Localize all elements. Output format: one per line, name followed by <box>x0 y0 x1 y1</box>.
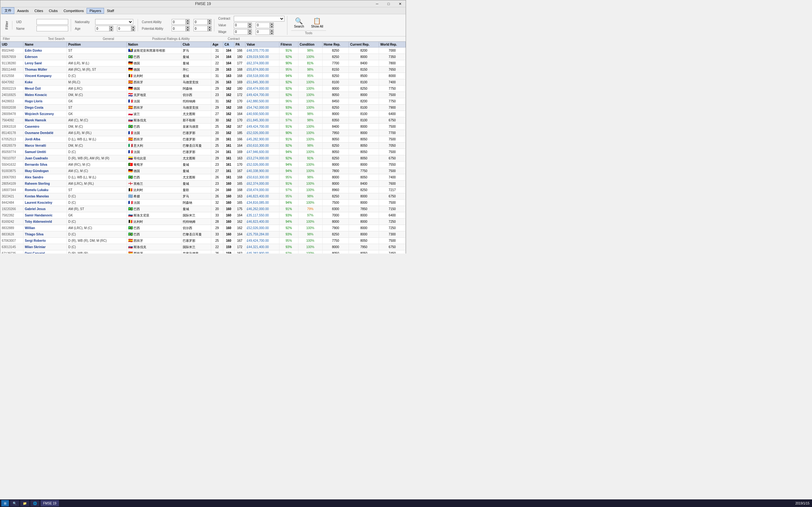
table-row[interactable]: 67052513 Jordi Alba D (L), WB (L), M (L)… <box>1 136 406 143</box>
table-row[interactable]: 8169242 Toby Alderweireld D (C) 🇧🇪比利时 托特… <box>1 219 406 225</box>
table-row[interactable]: 55057659 Ederson GK 🇧🇷巴西 曼城 24 164 180 £… <box>1 54 406 60</box>
wage-min-down[interactable]: ▼ <box>248 32 252 35</box>
table-row[interactable]: 6047092 Koke M (RLC) 🇪🇸西班牙 马德里竞技 26 163 … <box>1 79 406 86</box>
age-max-input[interactable] <box>117 26 131 32</box>
value-min-up[interactable]: ▲ <box>248 22 252 25</box>
col-pa[interactable]: PA <box>234 42 245 48</box>
value-max-up[interactable]: ▲ <box>270 22 274 25</box>
table-row[interactable]: 67063007 Sergi Roberto D (R), WB (R), DM… <box>1 238 406 244</box>
table-row[interactable]: 91003875 Ilkay Gündogan AM (C), M (C) 🇩🇪… <box>1 168 406 174</box>
age-max-down[interactable]: ▼ <box>131 29 135 32</box>
table-row[interactable]: 76010707 Juan Cuadrado D (R), WB (R), AM… <box>1 155 406 162</box>
ca-max-up[interactable]: ▲ <box>208 19 212 22</box>
cell-pa: 175 <box>234 206 245 212</box>
menu-clubs[interactable]: Clubs <box>46 8 61 14</box>
menu-file[interactable]: 文件 <box>2 7 14 14</box>
table-row[interactable]: 8832889 Willian AM (LRC), M (C) 🇧🇷巴西 切尔西… <box>1 225 406 231</box>
menu-competitions[interactable]: Competitions <box>61 8 87 14</box>
menu-players[interactable]: Players <box>87 8 104 14</box>
age-min-down[interactable]: ▼ <box>109 29 113 32</box>
table-row[interactable]: 28009478 Wojciech Szczesny GK 🇵🇱波兰 尤文图斯 … <box>1 111 406 117</box>
ca-min[interactable] <box>171 19 186 25</box>
name-input[interactable] <box>37 26 68 32</box>
table-row[interactable]: 19067093 Alex Sandro D (L), WB (L), M (L… <box>1 174 406 181</box>
cell-pa: 168 <box>234 66 245 73</box>
value-min[interactable] <box>234 22 248 28</box>
value-min-down[interactable]: ▼ <box>248 25 252 28</box>
col-name[interactable]: Name <box>23 42 67 48</box>
maximize-button[interactable]: □ <box>383 0 394 7</box>
col-club[interactable]: Club <box>181 42 211 48</box>
col-age[interactable]: Age <box>211 42 223 48</box>
table-row[interactable]: 43026579 Marco Verratti DM, M (C) 🇮🇹意大利 … <box>1 143 406 149</box>
minimize-button[interactable]: ─ <box>371 0 383 7</box>
pa-max[interactable] <box>194 26 208 32</box>
pa-min-down[interactable]: ▼ <box>186 29 190 32</box>
cell-cur-rep: 8050 <box>349 155 379 162</box>
table-row[interactable]: 55002038 Diego Costa ST 🇪🇸西班牙 马德里竞技 29 1… <box>1 105 406 111</box>
col-nation[interactable]: Nation <box>126 42 181 48</box>
wage-min[interactable] <box>234 29 248 35</box>
table-row[interactable]: 19061518 Casemiro DM, M (C) 🇧🇷巴西 皇家马德里 2… <box>1 124 406 130</box>
value-max-down[interactable]: ▼ <box>270 25 274 28</box>
ca-min-up[interactable]: ▲ <box>186 19 190 22</box>
age-min-input[interactable] <box>95 26 109 32</box>
age-min-up[interactable]: ▲ <box>109 26 113 29</box>
search-button[interactable]: 🔍 Search <box>291 15 307 30</box>
table-row[interactable]: 35011448 Thomas Müller AM (RC), M (R), S… <box>1 66 406 73</box>
col-home-rep[interactable]: Home Rep. <box>322 42 349 48</box>
col-ca[interactable]: CA <box>223 42 234 48</box>
wage-max-up[interactable]: ▲ <box>270 29 274 32</box>
table-row[interactable]: 8428653 Hugo Lloris GK 🇫🇷法国 托特纳姆 31 162 … <box>1 98 406 105</box>
table-row[interactable]: 55041632 Bernardo Silva AM (RC), M (C) 🇵… <box>1 162 406 168</box>
nationality-select[interactable] <box>95 19 133 25</box>
ca-min-down[interactable]: ▼ <box>186 22 190 25</box>
col-cur-rep[interactable]: Current Rep. <box>349 42 379 48</box>
ca-max[interactable] <box>194 19 208 25</box>
col-fitness[interactable]: Fitness <box>279 42 298 48</box>
table-row[interactable]: 35002219 Mesut Özil AM (LRC) 🇩🇪德国 阿森纳 29… <box>1 86 406 92</box>
table-row[interactable]: 8502440 Edin Dzeko ST 🇧🇦波斯尼亚和黑塞哥维那 罗马 31… <box>1 48 406 54</box>
table-row[interactable]: 7582392 Samir Handanovic GK 🇸🇮斯洛文尼亚 国际米兰… <box>1 212 406 219</box>
table-row[interactable]: 85140178 Ousmane Dembélé AM (LR), M (RL)… <box>1 130 406 136</box>
show-all-button[interactable]: 📋 Show All <box>308 15 326 30</box>
table-row[interactable]: 28054109 Raheem Sterling AM (LRC), M (RL… <box>1 181 406 187</box>
table-row[interactable]: 8152558 Vincent Kompany D (C) 🇧🇪比利时 曼城 3… <box>1 73 406 79</box>
table-row[interactable]: 19220266 Gabriel Jesus AM (R), ST 🇧🇷巴西 曼… <box>1 206 406 212</box>
pa-max-up[interactable]: ▲ <box>208 26 212 29</box>
ca-max-down[interactable]: ▼ <box>208 22 212 25</box>
value-max[interactable] <box>256 22 270 28</box>
table-row[interactable]: 8833628 Thiago Silva D (C) 🇧🇷巴西 巴黎圣日耳曼 3… <box>1 231 406 238</box>
pa-min[interactable] <box>171 26 186 32</box>
pa-max-down[interactable]: ▼ <box>208 29 212 32</box>
table-row[interactable]: 85059774 Samuel Umtiti D (C) 🇫🇷法国 巴塞罗那 2… <box>1 149 406 155</box>
col-world-rep[interactable]: World Rep. <box>379 42 405 48</box>
table-row[interactable]: 24016925 Mateo Kovacic DM, M (C) 🇭🇷克罗地亚 … <box>1 92 406 98</box>
uid-input[interactable] <box>37 19 68 25</box>
menu-staff[interactable]: Staff <box>104 8 117 14</box>
pa-min-up[interactable]: ▲ <box>186 26 190 29</box>
menu-awards[interactable]: Awards <box>14 8 32 14</box>
table-row[interactable]: 3023421 Kostas Manolas D (C) 🇬🇷希腊 罗马 26 … <box>1 193 406 200</box>
wage-max[interactable] <box>256 29 270 35</box>
table-row[interactable]: 8442484 Laurent Koscielny D (C) 🇫🇷法国 阿森纳… <box>1 200 406 206</box>
cell-condition: 98% <box>298 48 322 54</box>
col-value[interactable]: Value <box>245 42 279 48</box>
table-container[interactable]: UID Name Position Nation Club Age CA PA … <box>0 42 406 253</box>
table-row[interactable]: 67139735 Dani Carvajal D (R), WB (R) 🇪🇸西… <box>1 250 406 254</box>
contract-select[interactable] <box>234 16 285 21</box>
close-button[interactable]: ✕ <box>394 0 406 7</box>
col-position[interactable]: Position <box>67 42 127 48</box>
table-row[interactable]: 7564092 Marek Hamsik AM (C), M (C) 🇸🇰斯洛伐… <box>1 117 406 124</box>
cell-condition: 81% <box>298 60 322 66</box>
menu-cities[interactable]: Cities <box>32 8 46 14</box>
wage-min-up[interactable]: ▲ <box>248 29 252 32</box>
table-row[interactable]: 18007344 Romelu Lukaku ST 🇧🇪比利时 曼联 24 16… <box>1 187 406 193</box>
col-condition[interactable]: Condition <box>298 42 322 48</box>
wage-max-down[interactable]: ▼ <box>270 32 274 35</box>
table-row[interactable]: 63013145 Milan Skriniar D (C) 🇸🇰斯洛伐克 国际米… <box>1 244 406 250</box>
cell-ca: 161 <box>223 143 234 149</box>
col-uid[interactable]: UID <box>1 42 23 48</box>
age-max-up[interactable]: ▲ <box>131 26 135 29</box>
table-row[interactable]: 91138280 Leroy Sané AM (LR), M (L) 🇩🇪德国 … <box>1 60 406 66</box>
